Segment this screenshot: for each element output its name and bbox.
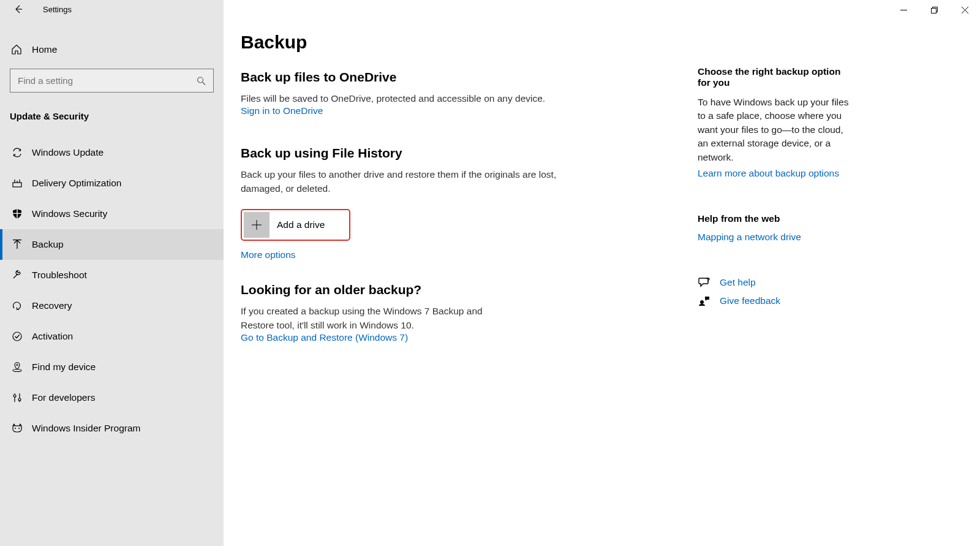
minimize-button[interactable] [888,0,919,20]
check-circle-icon [11,331,23,342]
filehistory-heading: Back up using File History [241,146,689,161]
goto-backup-restore-link[interactable]: Go to Backup and Restore (Windows 7) [241,332,408,343]
sidebar-item-for-developers[interactable]: For developers [0,382,224,413]
svg-point-6 [13,332,21,341]
sidebar-item-activation[interactable]: Activation [0,321,224,352]
sidebar-section-header: Update & Security [0,93,224,126]
search-input[interactable] [10,69,213,92]
content: Backup Back up files to OneDrive Files w… [224,0,689,546]
nav-label: For developers [32,392,95,403]
nav-label: Find my device [32,362,96,373]
svg-point-8 [17,364,18,366]
older-heading: Looking for an older backup? [241,282,689,297]
sidebar-item-windows-insider[interactable]: Windows Insider Program [0,413,224,444]
wrench-icon [11,270,23,281]
close-button[interactable] [949,0,980,20]
add-drive-label: Add a drive [277,219,325,230]
sidebar-item-backup[interactable]: Backup [0,229,224,260]
filehistory-text: Back up your files to another drive and … [241,168,565,195]
sidebar-home[interactable]: Home [0,34,224,65]
nav-label: Windows Insider Program [32,423,140,434]
sidebar-item-windows-update[interactable]: Windows Update [0,137,224,168]
svg-point-13 [15,428,16,429]
maximize-icon [931,7,938,13]
choose-text: To have Windows back up your files to a … [698,96,854,164]
onedrive-heading: Back up files to OneDrive [241,70,689,85]
svg-line-2 [203,82,206,85]
shield-icon [11,208,23,219]
learn-more-backup-link[interactable]: Learn more about backup options [698,168,839,179]
support-links: ? Get help Give feedback [698,277,854,306]
sync-icon [11,147,23,158]
signin-onedrive-link[interactable]: Sign in to OneDrive [241,105,323,116]
web-help-section: Help from the web Mapping a network driv… [698,213,854,243]
svg-point-14 [18,428,20,429]
older-text: If you created a backup using the Window… [241,305,498,332]
webhelp-heading: Help from the web [698,213,854,224]
backup-icon [11,239,23,250]
nav-list: Windows Update Delivery Optimization Win… [0,137,224,444]
sliders-icon [11,392,23,403]
svg-point-11 [13,395,16,397]
window-controls [888,0,980,20]
ninja-cat-icon [11,423,23,433]
onedrive-text: Files will be saved to OneDrive, protect… [241,92,565,105]
location-icon [11,362,23,373]
maximize-button[interactable] [919,0,949,20]
delivery-icon [11,178,23,189]
titlebar: Settings [0,0,224,18]
back-button[interactable] [11,2,26,17]
older-backup-section: Looking for an older backup? If you crea… [241,282,689,343]
nav-label: Backup [32,239,64,250]
sidebar-item-recovery[interactable]: Recovery [0,290,224,321]
more-options-link[interactable]: More options [241,249,689,260]
filehistory-section: Back up using File History Back up your … [241,146,689,260]
svg-text:?: ? [706,277,710,284]
add-drive-button[interactable]: Add a drive [241,209,350,241]
sidebar-item-troubleshoot[interactable]: Troubleshoot [0,260,224,290]
choose-backup-section: Choose the right backup option for you T… [698,66,854,179]
search-box[interactable] [10,69,214,93]
svg-rect-16 [931,8,936,13]
home-icon [11,44,23,55]
mapping-network-drive-link[interactable]: Mapping a network drive [698,232,801,243]
svg-point-22 [700,300,704,304]
choose-heading: Choose the right backup option for you [698,66,854,88]
nav-label: Activation [32,331,73,342]
main-area: Backup Back up files to OneDrive Files w… [224,0,980,546]
feedback-icon [698,295,711,306]
onedrive-section: Back up files to OneDrive Files will be … [241,70,689,116]
give-feedback-link[interactable]: Give feedback [720,295,780,306]
search-icon [197,76,206,85]
nav-label: Windows Update [32,147,104,158]
svg-rect-3 [13,183,21,187]
give-feedback-item[interactable]: Give feedback [698,295,854,306]
minimize-icon [900,7,907,13]
page-title: Backup [241,32,689,53]
sidebar-item-find-my-device[interactable]: Find my device [0,352,224,382]
help-chat-icon: ? [698,277,711,288]
plus-icon [244,212,270,238]
get-help-item[interactable]: ? Get help [698,277,854,288]
svg-point-12 [18,398,21,401]
arrow-left-icon [13,4,23,14]
sidebar-item-delivery-optimization[interactable]: Delivery Optimization [0,168,224,199]
sidebar: Settings Home Update & Security Windows … [0,0,224,546]
right-pane: Choose the right backup option for you T… [689,0,873,546]
nav-label: Recovery [32,300,72,311]
sidebar-item-windows-security[interactable]: Windows Security [0,199,224,229]
nav-label: Delivery Optimization [32,178,121,189]
window-title: Settings [43,5,72,14]
nav-label: Windows Security [32,208,107,219]
get-help-link[interactable]: Get help [720,277,756,288]
recovery-icon [11,300,23,311]
sidebar-home-label: Home [32,44,57,55]
nav-label: Troubleshoot [32,270,87,281]
svg-point-1 [198,77,203,83]
close-icon [962,7,968,13]
